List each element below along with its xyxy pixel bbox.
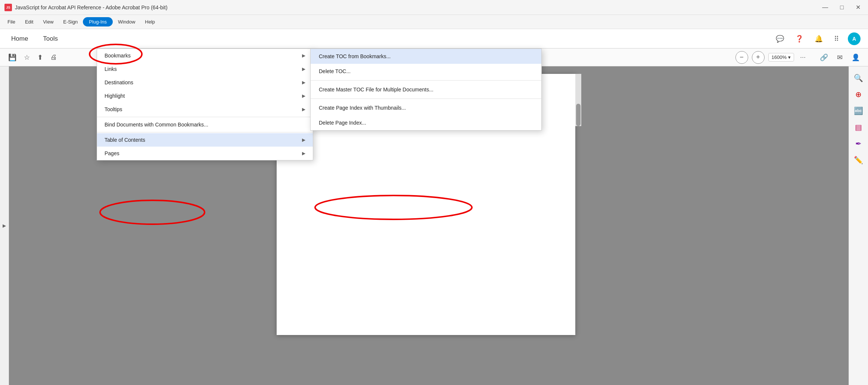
pdf-plus-icon[interactable]: ⊕: [852, 87, 866, 101]
right-panel: 🔍 ⊕ 🔤 ▤ ✒ ✏️: [849, 66, 868, 385]
title-bar-left: JS JavaScript for Acrobat API Reference …: [4, 4, 168, 11]
sidebar-toggle[interactable]: ▶: [0, 66, 9, 385]
arrow-icon: ▶: [302, 107, 305, 112]
tools-button[interactable]: Tools: [39, 33, 62, 45]
zoom-level: 1600%: [772, 54, 787, 60]
save-icon[interactable]: 💾: [6, 51, 19, 64]
minimize-button[interactable]: —: [819, 2, 831, 12]
print-icon[interactable]: 🖨: [48, 51, 59, 63]
close-button[interactable]: ✕: [853, 2, 864, 12]
arrow-icon: ▶: [302, 66, 305, 72]
menu-pages[interactable]: Pages ▶: [97, 147, 313, 160]
separator: [97, 117, 313, 117]
menu-plugins[interactable]: Plug-Ins: [83, 17, 113, 26]
toc-create-from-bookmarks[interactable]: Create TOC from Bookmarks...: [311, 49, 541, 64]
more-options-button[interactable]: ···: [798, 51, 808, 63]
menu-destinations[interactable]: Destinations ▶: [97, 76, 313, 89]
arrow-icon: ▶: [302, 80, 305, 85]
email-icon[interactable]: ✉: [835, 51, 845, 64]
arrow-icon: ▶: [302, 151, 305, 156]
menu-table-of-contents[interactable]: Table of Contents ▶: [97, 133, 313, 147]
arrow-icon: ▶: [302, 93, 305, 98]
menu-bookmarks[interactable]: Bookmarks ▶: [97, 49, 313, 62]
menu-view[interactable]: View: [38, 17, 58, 26]
menu-window[interactable]: Window: [113, 17, 140, 26]
zoom-out-button[interactable]: −: [735, 51, 748, 64]
comment-icon[interactable]: 💬: [774, 32, 786, 45]
upload-icon[interactable]: ⬆: [35, 51, 45, 64]
toc-delete-page-index[interactable]: Delete Page Index...: [311, 115, 541, 130]
toc-submenu: Create TOC from Bookmarks... Delete TOC.…: [310, 48, 542, 131]
bookmark-icon[interactable]: ☆: [22, 51, 32, 64]
layout-icon[interactable]: ▤: [852, 120, 866, 134]
user-avatar[interactable]: A: [848, 32, 861, 45]
window-controls: — □ ✕: [819, 2, 864, 12]
plugin-dropdown: Bookmarks ▶ Links ▶ Destinations ▶ Highl…: [97, 48, 313, 160]
arrow-icon: ▶: [302, 53, 305, 58]
app-icon: JS: [4, 4, 12, 11]
zoom-dropdown-icon: ▾: [788, 54, 791, 60]
home-tools-bar: Home Tools 💬 ❓ 🔔 ⠿ A: [0, 29, 868, 48]
arrow-icon: ▶: [302, 137, 305, 143]
menu-bind-documents[interactable]: Bind Documents with Common Bookmarks...: [97, 118, 313, 131]
menu-links[interactable]: Links ▶: [97, 62, 313, 76]
window-title: JavaScript for Acrobat API Reference - A…: [15, 4, 168, 10]
toolbar2-left: 💾 ☆ ⬆ 🖨: [6, 51, 59, 64]
magnify-icon[interactable]: 🔍: [852, 71, 866, 85]
notification-icon[interactable]: 🔔: [812, 32, 825, 45]
maximize-button[interactable]: □: [837, 2, 847, 12]
link-icon[interactable]: 🔗: [818, 51, 830, 64]
menu-edit[interactable]: Edit: [21, 17, 38, 26]
menu-file[interactable]: File: [3, 17, 20, 26]
menu-esign[interactable]: E-Sign: [59, 17, 82, 26]
menu-help[interactable]: Help: [140, 17, 159, 26]
toc-create-master[interactable]: Create Master TOC File for Multiple Docu…: [311, 82, 541, 97]
menu-bar: File Edit View E-Sign Plug-Ins Window He…: [0, 15, 868, 29]
edit-icon[interactable]: ✏️: [852, 153, 866, 167]
menu-highlight[interactable]: Highlight ▶: [97, 89, 313, 103]
help-icon[interactable]: ❓: [793, 32, 806, 45]
title-bar: JS JavaScript for Acrobat API Reference …: [0, 0, 868, 15]
apps-icon[interactable]: ⠿: [832, 32, 841, 45]
scrollbar-thumb[interactable]: [576, 104, 581, 126]
separator: [311, 98, 541, 99]
scrollbar[interactable]: [575, 74, 581, 126]
user-icon[interactable]: 👤: [849, 51, 862, 64]
zoom-box[interactable]: 1600% ▾: [768, 53, 794, 62]
home-button[interactable]: Home: [7, 33, 32, 45]
translate-icon[interactable]: 🔤: [852, 104, 866, 118]
toc-create-page-index[interactable]: Create Page Index with Thumbnails...: [311, 100, 541, 115]
sign-icon[interactable]: ✒: [852, 137, 866, 151]
separator: [311, 80, 541, 81]
toc-delete[interactable]: Delete TOC...: [311, 64, 541, 79]
separator: [97, 132, 313, 132]
menu-tooltips[interactable]: Tooltips ▶: [97, 103, 313, 116]
zoom-in-button[interactable]: +: [752, 51, 765, 64]
